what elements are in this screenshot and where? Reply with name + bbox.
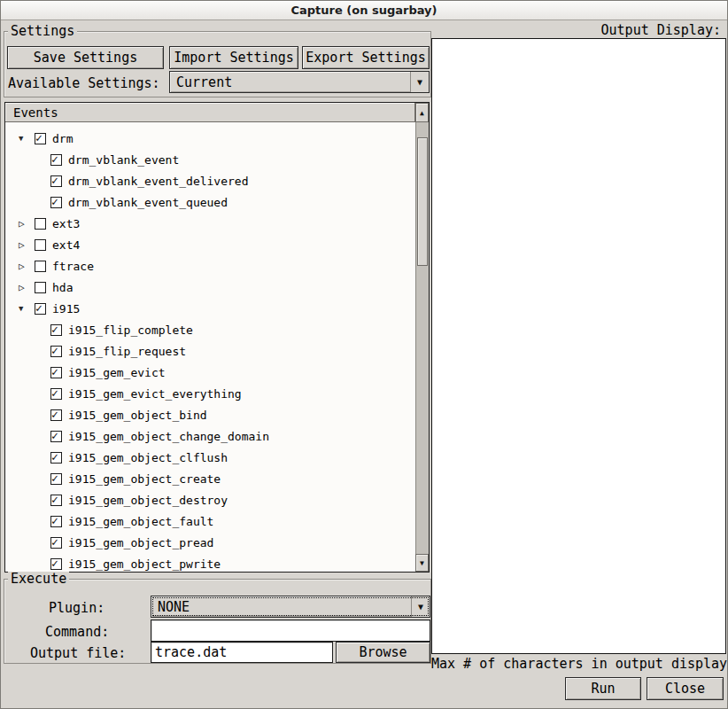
tree-row: ▷ext3 (5, 213, 415, 234)
event-checkbox[interactable]: ✓ (50, 197, 62, 208)
settings-frame: Settings Save Settings Import Settings E… (4, 31, 431, 97)
expander-expanded-icon[interactable]: ▼ (19, 134, 35, 143)
event-checkbox[interactable]: ✓ (50, 175, 62, 187)
event-checkbox[interactable]: ✓ (50, 367, 62, 378)
tree-row: ▼✓drm (5, 128, 415, 149)
event-label: ext3 (52, 217, 80, 230)
output-display-label: Output Display: (601, 22, 721, 38)
available-settings-combo[interactable]: Current ▼ (169, 71, 430, 93)
available-settings-label: Available Settings: (8, 75, 160, 91)
tree-row: ✓i915_gem_object_destroy (5, 489, 415, 510)
check-icon: ✓ (51, 451, 58, 463)
event-checkbox[interactable]: ✓ (50, 388, 62, 400)
tree-row: ✓i915_gem_object_pwrite (5, 553, 415, 572)
save-settings-button[interactable]: Save Settings (7, 46, 164, 69)
event-label: drm_vblank_event (68, 153, 179, 167)
tree-row: ✓i915_gem_object_create (5, 468, 415, 489)
chevron-down-icon[interactable]: ▼ (410, 72, 429, 92)
command-input[interactable] (151, 619, 430, 642)
tree-row: ✓drm_vblank_event_queued (5, 191, 415, 213)
check-icon: ✓ (51, 536, 58, 548)
event-label: i915_gem_object_pwrite (68, 557, 221, 571)
chevron-down-icon[interactable]: ▼ (411, 596, 430, 617)
event-label: i915 (52, 302, 80, 316)
max-chars-label: Max # of characters in output display (431, 656, 727, 672)
output-file-label: Output file: (30, 645, 126, 661)
event-checkbox[interactable]: ✓ (50, 431, 62, 442)
event-label: ext4 (52, 238, 80, 252)
event-checkbox[interactable]: ✓ (50, 452, 62, 464)
event-label: i915_gem_object_change_domain (68, 430, 269, 443)
expander-collapsed-icon[interactable]: ▷ (19, 218, 35, 230)
window-titlebar[interactable]: Capture (on sugarbay) (1, 1, 727, 20)
event-checkbox[interactable]: ✓ (50, 154, 62, 166)
expander-collapsed-icon[interactable]: ▷ (19, 261, 35, 272)
plugin-label: Plugin: (49, 600, 105, 616)
events-header-label: Events (13, 105, 58, 120)
expander-expanded-icon[interactable]: ▼ (19, 304, 35, 313)
event-checkbox[interactable]: ✓ (35, 303, 46, 315)
event-label: i915_gem_object_pread (68, 536, 213, 549)
event-checkbox[interactable]: ✓ (50, 346, 62, 357)
export-settings-button[interactable]: Export Settings (302, 46, 430, 69)
check-icon: ✓ (51, 494, 58, 505)
event-checkbox[interactable]: ✓ (50, 558, 62, 570)
check-icon: ✓ (51, 175, 58, 186)
tree-row: ✓i915_flip_complete (5, 319, 415, 340)
check-icon: ✓ (51, 387, 58, 399)
expander-collapsed-icon[interactable]: ▷ (19, 282, 35, 293)
scrollbar-thumb[interactable] (417, 137, 428, 266)
check-icon: ✓ (51, 409, 58, 420)
plugin-value: NONE (151, 599, 411, 615)
execute-frame-label: Execute (8, 572, 69, 587)
browse-button[interactable]: Browse (336, 642, 430, 663)
event-checkbox[interactable] (35, 261, 46, 272)
event-label: hda (52, 281, 73, 294)
scrollbar-down-icon[interactable]: ▼ (415, 554, 429, 572)
scrollbar-up-icon[interactable]: ▲ (415, 103, 429, 122)
events-column-header[interactable]: Events (5, 103, 415, 122)
capture-window: Capture (on sugarbay) Settings Save Sett… (0, 0, 728, 709)
plugin-combo[interactable]: NONE ▼ (151, 596, 430, 618)
run-button[interactable]: Run (565, 677, 641, 700)
event-checkbox[interactable]: ✓ (35, 133, 46, 144)
event-checkbox[interactable] (35, 239, 46, 251)
expander-collapsed-icon[interactable]: ▷ (19, 239, 35, 251)
events-tree: ▼✓drm✓drm_vblank_event✓drm_vblank_event_… (5, 122, 415, 572)
event-label: i915_flip_request (68, 345, 186, 358)
event-label: i915_gem_object_create (68, 472, 221, 486)
tree-row: ✓i915_flip_request (5, 340, 415, 362)
output-display[interactable] (431, 38, 726, 654)
window-title: Capture (on sugarbay) (290, 4, 437, 17)
event-checkbox[interactable]: ✓ (50, 495, 62, 506)
event-checkbox[interactable] (35, 282, 46, 293)
scrollbar-track[interactable] (415, 122, 429, 554)
event-checkbox[interactable]: ✓ (50, 409, 62, 421)
event-label: i915_gem_object_clflush (68, 451, 228, 464)
event-checkbox[interactable]: ✓ (50, 537, 62, 549)
events-panel: Events ▼✓drm✓drm_vblank_event✓drm_vblank… (4, 102, 430, 573)
tree-row: ✓i915_gem_object_clflush (5, 447, 415, 468)
import-settings-button[interactable]: Import Settings (169, 46, 298, 69)
event-label: i915_gem_evict_everything (68, 387, 242, 401)
check-icon: ✓ (51, 196, 58, 207)
command-label: Command: (45, 624, 109, 640)
event-label: i915_gem_object_destroy (68, 494, 228, 507)
event-checkbox[interactable]: ✓ (50, 473, 62, 485)
check-icon: ✓ (35, 302, 43, 314)
available-settings-value: Current (170, 74, 410, 90)
tree-row: ▷hda (5, 277, 415, 298)
execute-frame: Execute Plugin: NONE ▼ Command: Output f… (4, 579, 431, 664)
check-icon: ✓ (51, 430, 58, 441)
event-checkbox[interactable]: ✓ (50, 324, 62, 336)
event-label: drm (52, 132, 73, 145)
check-icon: ✓ (35, 132, 43, 144)
event-label: i915_gem_evict (68, 366, 166, 379)
event-checkbox[interactable]: ✓ (50, 516, 62, 527)
check-icon: ✓ (51, 153, 58, 165)
close-button[interactable]: Close (647, 677, 724, 700)
event-checkbox[interactable] (35, 218, 46, 230)
settings-frame-label: Settings (8, 24, 77, 39)
tree-row: ✓i915_gem_evict_everything (5, 383, 415, 404)
output-file-input[interactable] (151, 642, 333, 663)
